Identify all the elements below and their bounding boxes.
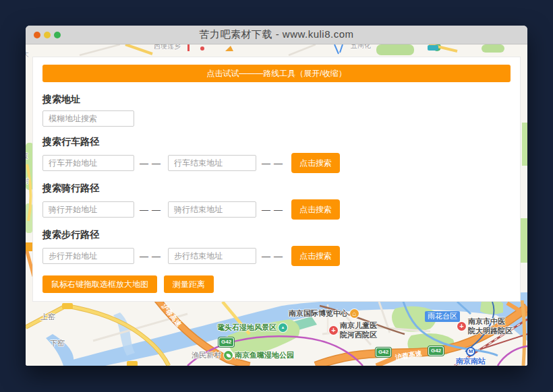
- map-label-left-strip-2: 村: [26, 177, 29, 186]
- map-label-xiayao: 下窑: [50, 339, 65, 348]
- map-label-text: 南京儿童医 院河西院区: [340, 321, 377, 340]
- dash-separator: ——: [262, 251, 286, 261]
- map-label-hurong-expwy-east: 沪蓉高速: [395, 350, 423, 362]
- maximize-window-icon[interactable]: [54, 32, 61, 38]
- map-label-tcm-hospital-daminglu: +南京市中医 院大明路院区: [457, 317, 513, 336]
- map-label-text: 南京市中医 院大明路院区: [468, 317, 513, 336]
- map-label-text: 雨花台区: [428, 312, 457, 321]
- map-canvas[interactable]: 西埂莲乡五闸化大厦村上窑下窑沪蓉高速鼋头石湿地风景区▲G42渔民新村南京鱼嘴湿地…: [26, 44, 527, 366]
- map-label-text: 鼋头石湿地风景区: [217, 323, 276, 333]
- map-label-text: G42: [431, 348, 441, 354]
- minimize-window-icon[interactable]: [44, 32, 51, 38]
- map-label-wuzhahua: 五闸化: [351, 44, 371, 51]
- map-label-yuantoushi-wetland: 鼋头石湿地风景区▲: [217, 323, 287, 333]
- hospital-icon: +: [457, 322, 466, 331]
- map-label-text: G42: [221, 339, 231, 346]
- map-label-text: 下窑: [50, 339, 65, 348]
- map-label-text: 村: [26, 177, 29, 186]
- map-label-children-hospital-hexi: +南京儿童医 院河西院区: [329, 321, 377, 340]
- walking-search-button[interactable]: 点击搜索: [291, 246, 340, 266]
- map-label-text: 上窑: [40, 313, 55, 322]
- map-label-text: 沪蓉高速: [395, 350, 423, 362]
- window-title: 苦力吧素材下载 - www.kuli8.com: [199, 28, 353, 41]
- section-label: 搜索地址: [42, 94, 512, 106]
- map-label-text: 大: [26, 51, 29, 59]
- map-label-text: 渔民新村: [192, 351, 221, 360]
- section-walking-route: 搜索步行路径 —— —— 点击搜索: [42, 229, 512, 266]
- map-label-da: 大: [26, 51, 29, 59]
- map-label-hurong-expwy-west: 沪蓉高速: [160, 302, 183, 329]
- driving-start-input[interactable]: [42, 155, 134, 171]
- driving-end-input[interactable]: [168, 155, 256, 171]
- section-label: 搜索骑行路径: [42, 183, 512, 195]
- route-tool-panel: 点击试试———路线工具（展开/收缩） 搜索地址 搜索行车路径 —— —— 点击搜…: [32, 57, 521, 302]
- map-badge-yuhuatai-district: 雨花台区: [425, 311, 460, 322]
- map-label-left-strip-1: 厦: [26, 152, 28, 161]
- driving-search-button[interactable]: 点击搜索: [291, 153, 340, 173]
- map-label-nanjing-south-station: M南京南站: [456, 347, 486, 366]
- fuzzy-address-input[interactable]: [42, 110, 134, 127]
- expo-icon: ⌂: [350, 309, 359, 318]
- section-cycling-route: 搜索骑行路径 —— —— 点击搜索: [42, 183, 512, 220]
- map-label-xigeng-lianxiang: 西埂莲乡: [154, 44, 181, 51]
- section-label: 搜索行车路径: [42, 136, 512, 148]
- cycling-start-input[interactable]: [42, 201, 134, 218]
- hospital-icon: +: [329, 326, 338, 335]
- map-label-text: 西埂莲乡: [154, 44, 181, 51]
- map-label-text: 南京鱼嘴湿地公园: [235, 351, 294, 360]
- map-label-text: 厦: [26, 152, 28, 161]
- footer-buttons: 鼠标右键拖取选框放大地图 测量距离: [42, 275, 512, 293]
- walking-start-input[interactable]: [42, 248, 134, 264]
- map-label-yumin-xincun: 渔民新村: [192, 351, 221, 360]
- map-label-text: 五闸化: [351, 44, 371, 51]
- map-label-text: 沪蓉高速: [160, 302, 183, 329]
- traffic-lights: [34, 26, 61, 44]
- map-label-text: G42: [378, 349, 388, 356]
- cycling-search-button[interactable]: 点击搜索: [291, 199, 340, 220]
- drag-zoom-button[interactable]: 鼠标右键拖取选框放大地图: [42, 275, 157, 293]
- scenic-icon: ▲: [279, 323, 287, 332]
- section-label: 搜索步行路径: [42, 229, 512, 241]
- cycling-end-input[interactable]: [168, 201, 256, 218]
- map-badge-g42-east: G42: [429, 347, 443, 355]
- section-driving-route: 搜索行车路径 —— —— 点击搜索: [42, 136, 512, 173]
- map-badge-g42-west: G42: [219, 338, 233, 346]
- titlebar: 苦力吧素材下载 - www.kuli8.com: [26, 26, 527, 44]
- dash-separator: ——: [140, 158, 164, 168]
- park-icon: [224, 351, 233, 360]
- map-label-yuzui-wetland-park: 南京鱼嘴湿地公园: [224, 351, 294, 360]
- dash-separator: ——: [140, 205, 164, 215]
- measure-distance-button[interactable]: 测量距离: [164, 275, 214, 293]
- section-address-search: 搜索地址: [42, 94, 512, 127]
- map-label-text: 南京国际博览中心: [289, 309, 348, 319]
- map-badge-g42-mid: G42: [376, 348, 390, 356]
- dash-separator: ——: [262, 158, 286, 168]
- route-tool-toggle-banner[interactable]: 点击试试———路线工具（展开/收缩）: [42, 65, 511, 82]
- map-label-shangyao: 上窑: [40, 313, 55, 322]
- close-window-icon[interactable]: [34, 32, 40, 38]
- browser-window: 苦力吧素材下载 - www.kuli8.com: [26, 26, 527, 366]
- walking-end-input[interactable]: [168, 248, 256, 264]
- dash-separator: ——: [140, 251, 164, 261]
- map-label-text: 南京南站: [456, 357, 486, 366]
- map-label-nanjing-expo-center: 南京国际博览中心⌂: [289, 309, 359, 319]
- dash-separator: ——: [262, 205, 286, 215]
- metro-icon: M: [466, 347, 475, 356]
